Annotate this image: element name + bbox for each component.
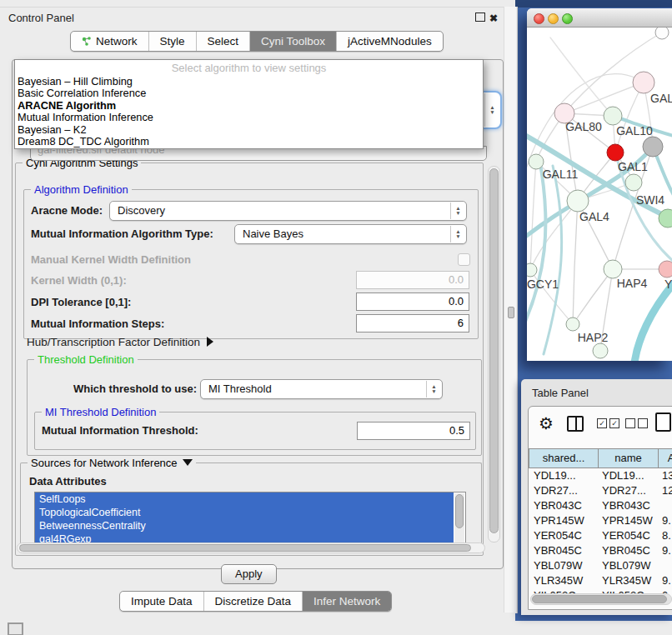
unchecked-boxes-icon[interactable] [625,418,648,428]
table-horizontal-scrollbar-thumb[interactable] [532,595,667,603]
table-cell: YER054C [602,528,650,543]
zoom-traffic-light[interactable] [562,13,573,24]
table-cell: 9. [662,513,671,528]
network-node[interactable] [655,28,669,39]
file-icon[interactable] [655,412,671,432]
algorithm-option[interactable]: Mutual Information Inference [15,112,483,123]
data-attributes-label: Data Attributes [29,475,107,488]
network-node-y[interactable] [659,261,672,278]
network-node-label: Y [664,278,672,291]
network-node[interactable] [593,343,608,358]
tab-network[interactable]: Network [71,32,148,51]
tab-label: jActiveMNodules [348,32,432,51]
settings-vertical-scrollbar[interactable] [488,166,500,542]
hub-definition-section[interactable]: Hub/Transcription Factor Definition [27,336,213,348]
table-cell: 9. [662,543,671,558]
close-traffic-light[interactable] [534,13,544,24]
split-columns-icon[interactable] [567,416,584,432]
algorithm-definition-group: Algorithm Definition Aracne Mode: Discov… [23,189,479,339]
dpi-tolerance-label: DPI Tolerance [0,1]: [31,296,131,308]
bottom-tab-impute-data[interactable]: Impute Data [120,592,203,611]
control-panel-title: Control Panel [8,12,74,24]
close-panel-icon[interactable]: ✖ [489,12,498,24]
mi-steps-field[interactable]: 6 [356,314,469,332]
network-node-hap2[interactable] [566,318,579,331]
network-node-gal10[interactable] [604,107,622,125]
table-row[interactable]: YDL19...YDL19...13 [529,468,672,483]
mi-algorithm-type-combo[interactable]: Naive Bayes ▲▼ [234,224,467,244]
network-graph: GALGAL80GAL10GAL11GAL1SWI4GAL4GCY1HAP4YH… [527,28,672,361]
algorithm-option[interactable]: Basic Correlation Inference [15,88,483,99]
which-threshold-label: Which threshold to use: [73,382,197,395]
table-horizontal-scrollbar[interactable] [530,593,672,605]
network-node-hap4[interactable] [604,260,622,278]
bottom-tab-discretize-data[interactable]: Discretize Data [203,592,303,611]
which-threshold-combo[interactable]: MI Threshold ▲▼ [200,379,443,399]
data-attribute-item[interactable]: BetweennessCentrality [35,519,454,532]
settings-vertical-scrollbar-thumb[interactable] [489,168,499,533]
apply-button[interactable]: Apply [221,564,277,584]
collapsed-panel-icon[interactable] [8,622,23,635]
manual-kernel-width-checkbox[interactable] [458,253,470,266]
algorithm-popup-list: Bayesian – Hill ClimbingBasic Correlatio… [15,76,483,148]
network-node-gcy1[interactable] [527,263,537,277]
algorithm-option[interactable]: Bayesian – K2 [15,124,483,136]
column-header-shared-name[interactable]: shared... [529,448,599,468]
algorithm-dropdown-placeholder: Select algorithm to view settings [15,60,483,76]
network-window-titlebar[interactable] [527,8,672,28]
algorithm-definition-title: Algorithm Definition [31,183,132,196]
mi-threshold-field[interactable]: 0.5 [357,422,470,440]
algorithm-option[interactable]: Bayesian – Hill Climbing [15,76,483,88]
checked-boxes-icon[interactable]: ✓✓ [597,418,619,428]
network-node-gal1[interactable] [625,174,642,191]
table-row[interactable]: YBR043CYBR043C [529,498,672,513]
tab-style[interactable]: Style [148,32,196,51]
network-node[interactable] [643,137,663,157]
dpi-tolerance-field[interactable]: 0.0 [356,292,469,311]
column-header-name[interactable]: name [598,448,659,468]
table-cell: YBR043C [534,498,582,513]
table-panel-title: Table Panel [532,387,589,399]
network-node-gal11[interactable] [529,154,544,169]
list-scrollbar[interactable] [454,493,464,550]
table-row[interactable]: YLR345WYLR345W9. [529,573,672,588]
mi-threshold-definition-group: MI Threshold Definition Mutual Informati… [34,412,476,450]
aracne-mode-value: Discovery [118,204,165,217]
column-header-clipped[interactable]: A [658,448,672,468]
settings-horizontal-scrollbar[interactable] [17,542,485,553]
table-row[interactable]: YBR045CYBR045C9. [529,543,672,558]
sources-group: Sources for Network Inference Data Attri… [20,462,482,552]
table-row[interactable]: YPR145WYPR145W9. [529,513,672,528]
table-row[interactable]: YER054CYER054C8. [529,528,672,543]
kernel-width-field[interactable]: 0.0 [356,271,469,289]
network-node-gal[interactable] [633,72,654,93]
algorithm-option[interactable]: ARACNE Algorithm [15,100,483,112]
aracne-mode-combo[interactable]: Discovery ▲▼ [109,201,467,221]
table-panel-body: ⚙ ✓✓ shared... name A YDL19...YDL19...13… [528,406,672,610]
network-edge [530,162,536,270]
table-row[interactable]: YBL079WYBL079W [529,558,672,573]
network-node-gal4[interactable] [567,190,589,212]
table-cell: YPR145W [602,513,653,528]
algorithm-option[interactable]: Dream8 DC_TDC Algorithm [15,136,483,148]
table-cell: YDL19... [602,468,644,483]
data-attribute-item[interactable]: TopologicalCoefficient [35,506,454,519]
network-view-window[interactable]: GALGAL80GAL10GAL11GAL1SWI4GAL4GCY1HAP4YH… [527,8,672,361]
panel-splitter[interactable] [504,7,516,612]
table-row[interactable]: YDR27...YDR27...12 [529,483,672,498]
settings-horizontal-scrollbar-thumb[interactable] [19,544,471,552]
gear-icon[interactable]: ⚙ [539,413,554,433]
tab-label: Select [208,32,239,51]
splitter-handle-icon[interactable] [508,307,514,318]
tab-select[interactable]: Select [196,32,250,51]
network-canvas[interactable]: GALGAL80GAL10GAL11GAL1SWI4GAL4GCY1HAP4YH… [527,28,672,361]
table-cell: YER054C [534,528,582,543]
bottom-tab-infer-network[interactable]: Infer Network [302,592,391,611]
network-node[interactable] [607,144,624,161]
tab-cyni-toolbox[interactable]: Cyni Toolbox [249,32,336,51]
control-panel: Control Panel ✖ NetworkStyleSelectCyni T… [0,7,518,613]
float-panel-icon[interactable] [475,12,485,22]
data-attribute-item[interactable]: SelfLoops [35,492,454,506]
minimize-traffic-light[interactable] [548,13,559,24]
tab-jactivemnodules[interactable]: jActiveMNodules [336,32,443,51]
